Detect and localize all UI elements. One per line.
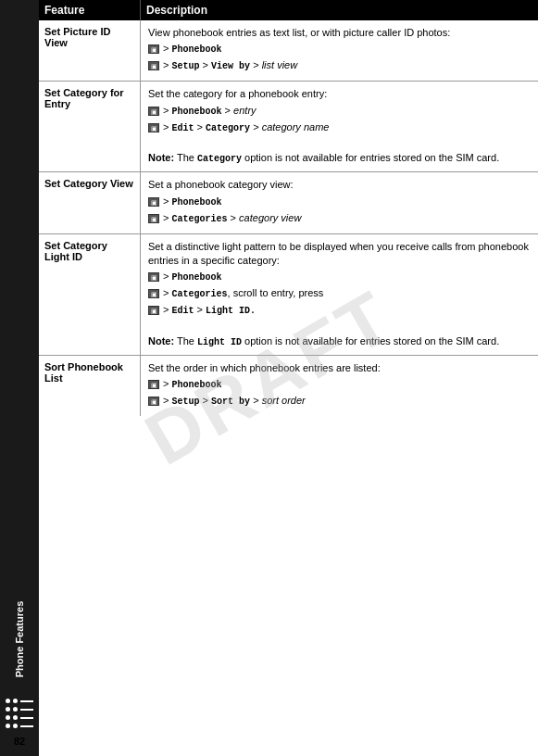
sidebar-icons <box>6 699 33 728</box>
table-header: Feature Description <box>39 0 538 20</box>
mono-text: Phonebook <box>172 197 222 208</box>
desc-text: Set the order in which phonebook entries… <box>148 362 381 373</box>
italic-text: list view <box>262 59 298 70</box>
header-feature-col: Feature <box>39 0 141 20</box>
path-line: ▣ > Edit > Category > category name <box>148 120 531 135</box>
table-row: Set Category for Entry Set the category … <box>39 82 538 172</box>
mono-text: Light ID. <box>206 306 256 316</box>
feature-label: Set Category for Entry <box>44 87 124 109</box>
line-icon <box>20 717 33 719</box>
italic-text: category view <box>239 212 301 223</box>
mono-text: Categories <box>172 214 228 224</box>
table-row: Sort Phonebook List Set the order in whi… <box>39 356 538 416</box>
path-line: ▣ > Phonebook <box>148 377 531 392</box>
icon-row-2 <box>6 707 33 712</box>
italic-text: sort order <box>262 395 306 406</box>
dot-icon <box>6 699 10 703</box>
dot-icon <box>6 707 10 712</box>
page-number: 82 <box>14 736 25 747</box>
path-line: ▣ > Phonebook <box>148 195 531 209</box>
icon-row-1 <box>6 699 33 703</box>
dot-icon <box>13 724 18 728</box>
desc-text: Set a distinctive light pattern to be di… <box>148 241 529 266</box>
path-line: ▣ > Setup > Sort by > sort order <box>148 394 531 409</box>
path-line: ▣ > Setup > View by > list view <box>148 58 531 73</box>
line-icon <box>20 709 33 711</box>
icon-row-4 <box>6 724 33 728</box>
table-row: Set Category View Set a phonebook catego… <box>39 172 538 233</box>
italic-text: entry <box>233 105 256 116</box>
menu-icon: ▣ <box>148 44 159 54</box>
menu-icon: ▣ <box>148 214 159 223</box>
mono-text: View by <box>211 61 250 71</box>
menu-icon: ▣ <box>148 197 159 207</box>
menu-icon: ▣ <box>148 123 159 132</box>
menu-icon: ▣ <box>148 306 159 315</box>
feature-label: Set Category View <box>44 178 133 189</box>
mono-text: Phonebook <box>172 107 222 117</box>
mono-text: Setup <box>172 397 200 407</box>
icon-row-3 <box>6 715 33 720</box>
table-row: Set Category Light ID Set a distinctive … <box>39 234 538 356</box>
menu-icon: ▣ <box>148 380 159 389</box>
italic-text: category name <box>262 121 330 132</box>
mono-text: Category <box>197 154 242 164</box>
mono-text: Light ID <box>197 337 242 347</box>
dot-icon <box>6 715 10 720</box>
feature-cell: Set Picture ID View <box>39 20 141 81</box>
path-line: ▣ > Phonebook <box>148 270 531 284</box>
mono-text: Edit <box>172 123 194 133</box>
path-line: ▣ > Categories, scroll to entry, press <box>148 286 531 301</box>
mono-text: Edit <box>172 306 194 316</box>
menu-icon: ▣ <box>148 289 159 298</box>
dot-icon <box>13 715 18 720</box>
desc-text: View phonebook entries as text list, or … <box>148 27 450 38</box>
feature-cell: Set Category View <box>39 172 141 233</box>
feature-label: Set Category Light ID <box>44 240 107 262</box>
feature-label: Set Picture ID View <box>44 26 111 48</box>
line-icon <box>20 725 33 727</box>
note-text: Note: The Light ID option is not availab… <box>148 335 499 346</box>
note-text: Note: The Category option is not availab… <box>148 152 499 163</box>
dot-icon <box>6 724 10 728</box>
feature-cell: Sort Phonebook List <box>39 356 141 416</box>
desc-text: Set a phonebook category view: <box>148 179 294 190</box>
line-icon <box>20 700 33 702</box>
feature-cell: Set Category Light ID <box>39 234 141 355</box>
note-label: Note: <box>148 335 174 346</box>
mono-text: Phonebook <box>172 380 222 390</box>
menu-icon: ▣ <box>148 272 159 282</box>
description-cell: Set a phonebook category view: ▣ > Phone… <box>141 172 538 233</box>
page-wrapper: Phone Features 82 <box>0 0 538 756</box>
desc-text: Set the category for a phonebook entry: <box>148 88 327 99</box>
description-cell: Set a distinctive light pattern to be di… <box>141 234 538 355</box>
menu-icon: ▣ <box>148 397 159 406</box>
path-line: ▣ > Phonebook <box>148 42 531 57</box>
feature-cell: Set Category for Entry <box>39 82 141 171</box>
description-cell: Set the category for a phonebook entry: … <box>141 82 538 171</box>
dot-icon <box>13 707 18 712</box>
note-label: Note: <box>148 152 174 163</box>
path-line: ▣ > Categories > category view <box>148 211 531 226</box>
feature-label: Sort Phonebook List <box>44 361 123 384</box>
mono-text: Sort by <box>211 397 250 407</box>
main-content: Feature Description Set Picture ID View … <box>39 0 538 756</box>
path-line: ▣ > Edit > Light ID. <box>148 303 531 318</box>
dot-icon <box>13 699 18 703</box>
description-cell: View phonebook entries as text list, or … <box>141 20 538 81</box>
path-line: ▣ > Phonebook > entry <box>148 104 531 119</box>
sidebar: Phone Features 82 <box>0 0 39 756</box>
description-cell: Set the order in which phonebook entries… <box>141 356 538 416</box>
mono-text: Category <box>206 123 250 133</box>
mono-text: Categories <box>172 289 228 299</box>
header-description-col: Description <box>141 0 538 20</box>
table-row: Set Picture ID View View phonebook entri… <box>39 20 538 82</box>
mono-text: Phonebook <box>172 44 222 55</box>
sidebar-label: Phone Features <box>14 601 25 678</box>
mono-text: Setup <box>172 61 200 71</box>
menu-icon: ▣ <box>148 61 159 70</box>
mono-text: Phonebook <box>172 272 222 283</box>
menu-icon: ▣ <box>148 107 159 116</box>
